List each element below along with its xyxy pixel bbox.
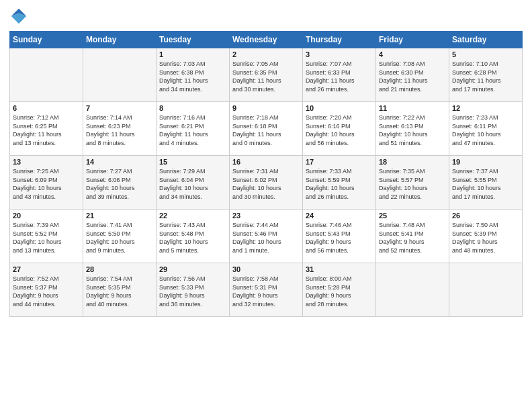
- day-info: Sunrise: 7:41 AM Sunset: 5:50 PM Dayligh…: [86, 221, 153, 255]
- calendar-cell: 8Sunrise: 7:16 AM Sunset: 6:21 PM Daylig…: [157, 102, 230, 156]
- calendar-cell: 23Sunrise: 7:44 AM Sunset: 5:46 PM Dayli…: [230, 210, 303, 263]
- logo-icon: [9, 7, 28, 26]
- calendar-cell: 28Sunrise: 7:54 AM Sunset: 5:35 PM Dayli…: [83, 263, 157, 317]
- day-info: Sunrise: 7:08 AM Sunset: 6:30 PM Dayligh…: [379, 60, 446, 93]
- day-info: Sunrise: 7:50 AM Sunset: 5:39 PM Dayligh…: [452, 221, 519, 255]
- day-info: Sunrise: 7:16 AM Sunset: 6:21 PM Dayligh…: [159, 113, 226, 147]
- day-number: 14: [86, 158, 153, 166]
- day-info: Sunrise: 7:14 AM Sunset: 6:23 PM Dayligh…: [86, 113, 153, 147]
- calendar-cell: 27Sunrise: 7:52 AM Sunset: 5:37 PM Dayli…: [10, 263, 83, 317]
- calendar-cell: 10Sunrise: 7:20 AM Sunset: 6:16 PM Dayli…: [303, 102, 376, 156]
- day-info: Sunrise: 7:20 AM Sunset: 6:16 PM Dayligh…: [306, 113, 373, 147]
- day-info: Sunrise: 7:56 AM Sunset: 5:33 PM Dayligh…: [159, 275, 226, 308]
- calendar-week-row: 20Sunrise: 7:39 AM Sunset: 5:52 PM Dayli…: [10, 210, 523, 263]
- day-number: 18: [379, 158, 446, 166]
- day-info: Sunrise: 7:03 AM Sunset: 6:38 PM Dayligh…: [159, 60, 226, 93]
- day-number: 1: [159, 50, 226, 58]
- weekday-header: Sunday: [10, 32, 83, 48]
- day-number: 23: [232, 212, 300, 220]
- calendar-cell: 29Sunrise: 7:56 AM Sunset: 5:33 PM Dayli…: [157, 263, 230, 317]
- calendar-table: SundayMondayTuesdayWednesdayThursdayFrid…: [9, 31, 523, 317]
- calendar-cell: 6Sunrise: 7:12 AM Sunset: 6:25 PM Daylig…: [10, 102, 83, 156]
- calendar-cell: 9Sunrise: 7:18 AM Sunset: 6:18 PM Daylig…: [230, 102, 303, 156]
- calendar-cell: 18Sunrise: 7:35 AM Sunset: 5:57 PM Dayli…: [376, 156, 449, 210]
- day-number: 10: [306, 104, 373, 112]
- calendar-cell: 1Sunrise: 7:03 AM Sunset: 6:38 PM Daylig…: [157, 48, 230, 102]
- day-number: 6: [13, 104, 80, 112]
- weekday-header: Thursday: [303, 32, 376, 48]
- day-number: 28: [86, 265, 153, 273]
- day-number: 7: [86, 104, 153, 112]
- calendar-cell: 2Sunrise: 7:05 AM Sunset: 6:35 PM Daylig…: [230, 48, 303, 102]
- calendar-cell: [10, 48, 83, 102]
- calendar-cell: 24Sunrise: 7:46 AM Sunset: 5:43 PM Dayli…: [303, 210, 376, 263]
- day-number: 22: [159, 212, 226, 220]
- calendar-cell: 3Sunrise: 7:07 AM Sunset: 6:33 PM Daylig…: [303, 48, 376, 102]
- calendar-cell: 25Sunrise: 7:48 AM Sunset: 5:41 PM Dayli…: [376, 210, 449, 263]
- day-number: 27: [13, 265, 80, 273]
- weekday-header: Tuesday: [157, 32, 230, 48]
- page-container: SundayMondayTuesdayWednesdayThursdayFrid…: [0, 0, 532, 321]
- day-number: 2: [232, 50, 300, 58]
- day-info: Sunrise: 7:37 AM Sunset: 5:55 PM Dayligh…: [452, 167, 519, 201]
- day-info: Sunrise: 7:39 AM Sunset: 5:52 PM Dayligh…: [13, 221, 80, 255]
- day-number: 17: [306, 158, 373, 166]
- calendar-week-row: 1Sunrise: 7:03 AM Sunset: 6:38 PM Daylig…: [10, 48, 523, 102]
- day-info: Sunrise: 7:07 AM Sunset: 6:33 PM Dayligh…: [306, 60, 373, 93]
- header: [9, 7, 523, 26]
- day-info: Sunrise: 7:18 AM Sunset: 6:18 PM Dayligh…: [232, 113, 300, 147]
- calendar-cell: 22Sunrise: 7:43 AM Sunset: 5:48 PM Dayli…: [157, 210, 230, 263]
- day-number: 25: [379, 212, 446, 220]
- calendar-cell: 20Sunrise: 7:39 AM Sunset: 5:52 PM Dayli…: [10, 210, 83, 263]
- calendar-cell: 16Sunrise: 7:31 AM Sunset: 6:02 PM Dayli…: [230, 156, 303, 210]
- calendar-cell: 11Sunrise: 7:22 AM Sunset: 6:13 PM Dayli…: [376, 102, 449, 156]
- day-number: 29: [159, 265, 226, 273]
- calendar-cell: 13Sunrise: 7:25 AM Sunset: 6:09 PM Dayli…: [10, 156, 83, 210]
- day-info: Sunrise: 7:44 AM Sunset: 5:46 PM Dayligh…: [232, 221, 300, 255]
- day-info: Sunrise: 7:25 AM Sunset: 6:09 PM Dayligh…: [13, 167, 80, 201]
- day-info: Sunrise: 7:54 AM Sunset: 5:35 PM Dayligh…: [86, 275, 153, 308]
- day-info: Sunrise: 8:00 AM Sunset: 5:28 PM Dayligh…: [306, 275, 373, 308]
- day-number: 8: [159, 104, 226, 112]
- day-number: 19: [452, 158, 519, 166]
- calendar-cell: 21Sunrise: 7:41 AM Sunset: 5:50 PM Dayli…: [83, 210, 157, 263]
- day-info: Sunrise: 7:31 AM Sunset: 6:02 PM Dayligh…: [232, 167, 300, 201]
- calendar-cell: 30Sunrise: 7:58 AM Sunset: 5:31 PM Dayli…: [230, 263, 303, 317]
- logo: [9, 7, 31, 26]
- calendar-cell: 12Sunrise: 7:23 AM Sunset: 6:11 PM Dayli…: [449, 102, 523, 156]
- day-number: 24: [306, 212, 373, 220]
- calendar-cell: 31Sunrise: 8:00 AM Sunset: 5:28 PM Dayli…: [303, 263, 376, 317]
- day-number: 31: [306, 265, 373, 273]
- calendar-cell: [376, 263, 449, 317]
- calendar-cell: 17Sunrise: 7:33 AM Sunset: 5:59 PM Dayli…: [303, 156, 376, 210]
- day-number: 4: [379, 50, 446, 58]
- calendar-cell: [449, 263, 523, 317]
- day-number: 16: [232, 158, 300, 166]
- day-info: Sunrise: 7:33 AM Sunset: 5:59 PM Dayligh…: [306, 167, 373, 201]
- weekday-header: Monday: [83, 32, 157, 48]
- day-info: Sunrise: 7:23 AM Sunset: 6:11 PM Dayligh…: [452, 113, 519, 147]
- weekday-header: Friday: [376, 32, 449, 48]
- day-number: 9: [232, 104, 300, 112]
- calendar-cell: [83, 48, 157, 102]
- day-number: 5: [452, 50, 519, 58]
- day-number: 30: [232, 265, 300, 273]
- day-info: Sunrise: 7:43 AM Sunset: 5:48 PM Dayligh…: [159, 221, 226, 255]
- day-number: 11: [379, 104, 446, 112]
- day-number: 20: [13, 212, 80, 220]
- day-number: 12: [452, 104, 519, 112]
- calendar-cell: 14Sunrise: 7:27 AM Sunset: 6:06 PM Dayli…: [83, 156, 157, 210]
- day-info: Sunrise: 7:52 AM Sunset: 5:37 PM Dayligh…: [13, 275, 80, 308]
- day-number: 21: [86, 212, 153, 220]
- day-info: Sunrise: 7:22 AM Sunset: 6:13 PM Dayligh…: [379, 113, 446, 147]
- calendar-week-row: 27Sunrise: 7:52 AM Sunset: 5:37 PM Dayli…: [10, 263, 523, 317]
- calendar-cell: 15Sunrise: 7:29 AM Sunset: 6:04 PM Dayli…: [157, 156, 230, 210]
- day-info: Sunrise: 7:46 AM Sunset: 5:43 PM Dayligh…: [306, 221, 373, 255]
- calendar-cell: 7Sunrise: 7:14 AM Sunset: 6:23 PM Daylig…: [83, 102, 157, 156]
- day-number: 3: [306, 50, 373, 58]
- day-info: Sunrise: 7:58 AM Sunset: 5:31 PM Dayligh…: [232, 275, 300, 308]
- day-info: Sunrise: 7:29 AM Sunset: 6:04 PM Dayligh…: [159, 167, 226, 201]
- calendar-cell: 19Sunrise: 7:37 AM Sunset: 5:55 PM Dayli…: [449, 156, 523, 210]
- calendar-cell: 5Sunrise: 7:10 AM Sunset: 6:28 PM Daylig…: [449, 48, 523, 102]
- day-number: 13: [13, 158, 80, 166]
